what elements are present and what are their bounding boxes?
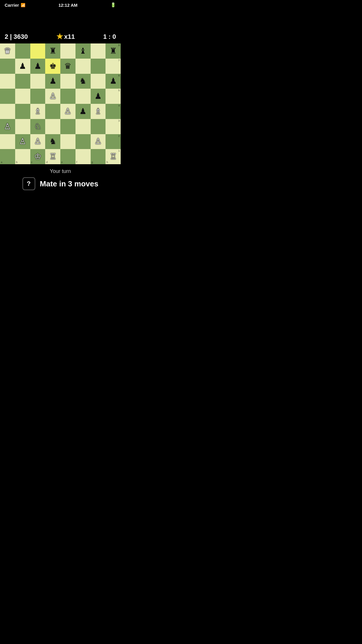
cell-h3[interactable]: 3 (106, 119, 121, 134)
cell-c3[interactable]: ♘ (30, 119, 45, 134)
cell-a2[interactable] (0, 134, 15, 149)
piece-f8: ♝ (79, 47, 87, 55)
cell-c8[interactable] (30, 43, 45, 59)
cell-d5[interactable]: ♙ (45, 89, 60, 104)
cell-c2[interactable]: ♙ (30, 134, 45, 149)
cell-f7[interactable] (75, 59, 91, 74)
cell-h4[interactable]: 4 (106, 104, 121, 119)
cell-a4[interactable] (0, 104, 15, 119)
file-label-e: e (61, 161, 63, 164)
status-left: Carrier 📶 (5, 3, 25, 8)
cell-d6[interactable]: ♟ (45, 74, 60, 89)
cell-f6[interactable]: ♞ (75, 74, 91, 89)
cell-f4[interactable]: ♟ (75, 104, 91, 119)
cell-d4[interactable] (45, 104, 60, 119)
cell-g8[interactable] (91, 43, 106, 59)
cell-e8[interactable] (60, 43, 75, 59)
cell-g3[interactable] (91, 119, 106, 134)
cell-a6[interactable] (0, 74, 15, 89)
piece-g2: ♙ (94, 137, 102, 146)
piece-f6: ♞ (79, 77, 87, 85)
rank-label-2: 2 (118, 135, 120, 137)
cell-b6[interactable] (15, 74, 30, 89)
cell-d1[interactable]: d♖ (45, 149, 60, 164)
piece-d7: ♚ (49, 62, 57, 70)
turn-text: Your turn (50, 168, 71, 174)
cell-e6[interactable] (60, 74, 75, 89)
cell-g2[interactable]: ♙ (91, 134, 106, 149)
cell-h8[interactable]: 8♜ (106, 43, 121, 59)
time-label: 12:12 AM (58, 3, 77, 8)
piece-d8: ♜ (49, 47, 57, 55)
cell-h2[interactable]: 2 (106, 134, 121, 149)
cell-a1[interactable]: a (0, 149, 15, 164)
cell-c1[interactable]: c♔ (30, 149, 45, 164)
star-icon: ★ (56, 32, 63, 41)
cell-a8[interactable]: ♛ (0, 43, 15, 59)
cell-f3[interactable] (75, 119, 91, 134)
cell-f1[interactable]: f (75, 149, 91, 164)
cell-e4[interactable]: ♙ (60, 104, 75, 119)
piece-h6: ♟ (110, 77, 117, 85)
wifi-icon: 📶 (21, 3, 25, 7)
cell-e7[interactable]: ♛ (60, 59, 75, 74)
cell-a3[interactable]: ♙ (0, 119, 15, 134)
score-left: 2 | 3630 (5, 33, 28, 41)
carrier-label: Carrier (5, 3, 19, 8)
piece-a8: ♛ (4, 47, 11, 55)
rank-label-3: 3 (118, 120, 120, 122)
file-label-g: g (92, 161, 93, 164)
piece-e4: ♙ (64, 107, 71, 116)
cell-b4[interactable] (15, 104, 30, 119)
cell-h1[interactable]: 1h♖ (106, 149, 121, 164)
cell-c5[interactable] (30, 89, 45, 104)
piece-d6: ♟ (49, 77, 57, 85)
cell-f5[interactable] (75, 89, 91, 104)
file-label-b: b (16, 161, 18, 164)
cell-d3[interactable] (45, 119, 60, 134)
cell-b5[interactable] (15, 89, 30, 104)
piece-d5: ♙ (49, 92, 57, 100)
bottom-area: Your turn ? Mate in 3 moves (0, 164, 121, 215)
chess-board-container: ♛♜♝8♜♟♟♚♛7♟♞6♟♙♟5♗♙♟♗4♙♘3♙♙♞♙2abc♔d♖efg1… (0, 43, 121, 164)
cell-b7[interactable]: ♟ (15, 59, 30, 74)
cell-g6[interactable] (91, 74, 106, 89)
star-area: ★ x11 (56, 32, 75, 41)
hint-button[interactable]: ? (22, 177, 35, 190)
cell-g7[interactable] (91, 59, 106, 74)
cell-e3[interactable] (60, 119, 75, 134)
piece-c7: ♟ (34, 62, 41, 70)
cell-f2[interactable] (75, 134, 91, 149)
cell-h6[interactable]: 6♟ (106, 74, 121, 89)
cell-e5[interactable] (60, 89, 75, 104)
file-label-d: d (46, 161, 48, 164)
piece-g4: ♗ (94, 107, 102, 116)
piece-a3: ♙ (4, 123, 11, 131)
rank-label-5: 5 (118, 89, 120, 92)
header-space (0, 9, 121, 32)
piece-h1: ♖ (110, 153, 117, 161)
rank-label-1: 1 (118, 150, 120, 152)
cell-a5[interactable] (0, 89, 15, 104)
cell-d2[interactable]: ♞ (45, 134, 60, 149)
piece-b2: ♙ (19, 137, 26, 146)
cell-h5[interactable]: 5 (106, 89, 121, 104)
cell-d8[interactable]: ♜ (45, 43, 60, 59)
cell-g5[interactable]: ♟ (91, 89, 106, 104)
cell-b3[interactable] (15, 119, 30, 134)
cell-c4[interactable]: ♗ (30, 104, 45, 119)
cell-c6[interactable] (30, 74, 45, 89)
cell-b1[interactable]: b (15, 149, 30, 164)
cell-g1[interactable]: g (91, 149, 106, 164)
cell-a7[interactable] (0, 59, 15, 74)
cell-c7[interactable]: ♟ (30, 59, 45, 74)
cell-h7[interactable]: 7 (106, 59, 121, 74)
cell-b8[interactable] (15, 43, 30, 59)
cell-d7[interactable]: ♚ (45, 59, 60, 74)
cell-b2[interactable]: ♙ (15, 134, 30, 149)
cell-f8[interactable]: ♝ (75, 43, 91, 59)
piece-d2: ♞ (49, 137, 57, 146)
cell-e1[interactable]: e (60, 149, 75, 164)
cell-g4[interactable]: ♗ (91, 104, 106, 119)
cell-e2[interactable] (60, 134, 75, 149)
